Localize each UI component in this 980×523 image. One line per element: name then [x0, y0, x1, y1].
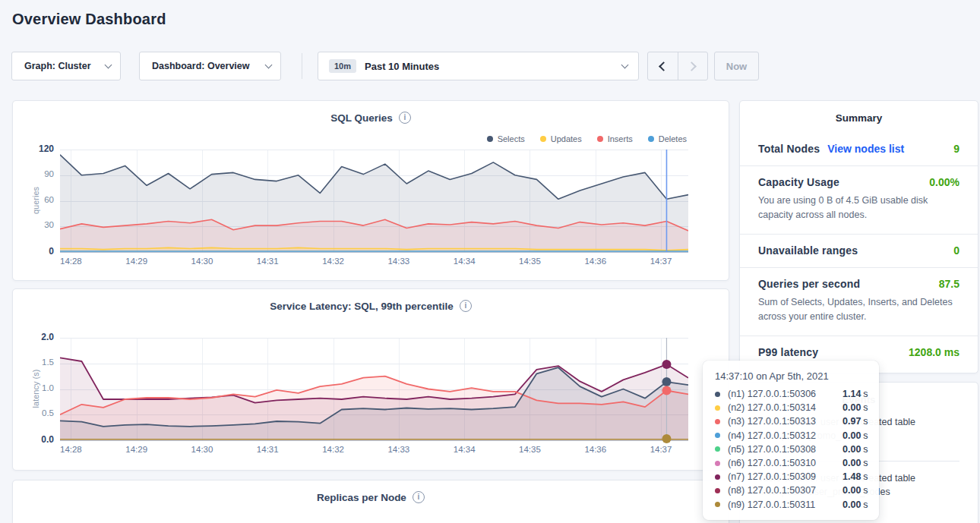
graph-dropdown-label: Graph: Cluster: [24, 61, 91, 71]
chevron-right-icon: [687, 61, 697, 71]
p99-latency-label: P99 latency: [758, 346, 818, 358]
sql-queries-chart-card: SQL Queries i SelectsUpdatesInsertsDelet…: [12, 100, 729, 281]
x-tick-label: 14:31: [248, 445, 287, 454]
queries-per-second-value: 87.5: [939, 278, 959, 290]
node-latency-value: 1.48s: [842, 471, 868, 482]
now-button[interactable]: Now: [714, 52, 759, 80]
total-nodes-value: 9: [953, 143, 959, 155]
queries-per-second-description: Sum of Selects, Updates, Inserts, and De…: [758, 295, 959, 325]
node-color-dot: [715, 488, 720, 493]
summary-item-unavailable-ranges: Unavailable ranges 0: [740, 235, 978, 268]
unavailable-ranges-label: Unavailable ranges: [758, 244, 858, 257]
latency-unit: s: [863, 416, 868, 427]
x-tick-label: 14:36: [576, 257, 615, 266]
node-address: (n3) 127.0.0.1:50313: [728, 416, 842, 427]
tooltip-timestamp: 14:37:10 on Apr 5th, 2021: [715, 370, 867, 382]
y-tick-label: 120: [13, 143, 54, 154]
chevron-left-icon: [659, 61, 669, 71]
node-color-dot: [715, 502, 720, 507]
next-time-button[interactable]: [678, 52, 707, 80]
replicas-chart-card: Replicas per Node i: [12, 480, 729, 523]
x-tick-label: 14:29: [117, 445, 156, 454]
node-color-dot: [715, 461, 720, 466]
node-color-dot: [715, 405, 720, 411]
service-latency-plot[interactable]: latency (s) 14:2814:2914:3014:3114:3214:…: [13, 289, 729, 470]
service-latency-chart-card: Service Latency: SQL, 99th percentile i …: [12, 288, 729, 471]
node-address: (n1) 127.0.0.1:50306: [728, 389, 842, 399]
y-tick-label: 60: [13, 195, 54, 204]
tooltip-row: (n5) 127.0.0.1:503080.00s: [715, 443, 867, 456]
x-tick-label: 14:29: [117, 257, 156, 266]
node-address: (n4) 127.0.0.1:50312: [728, 430, 842, 441]
info-icon[interactable]: i: [413, 491, 425, 503]
y-tick-label: 2.0: [13, 332, 54, 342]
node-latency-value: 0.00s: [842, 499, 868, 510]
capacity-usage-value: 0.00%: [929, 176, 959, 188]
x-tick-label: 14:33: [379, 257, 419, 266]
x-tick-label: 14:37: [641, 445, 681, 454]
y-tick-label: 1.0: [13, 383, 54, 392]
summary-panel: Summary Total Nodes View nodes list 9 Ca…: [739, 100, 978, 373]
tooltip-rows: (n1) 127.0.0.1:503061.14s(n2) 127.0.0.1:…: [715, 387, 867, 512]
tooltip-row: (n3) 127.0.0.1:503130.97s: [715, 414, 867, 428]
x-tick-label: 14:31: [248, 257, 287, 266]
x-tick-label: 14:36: [576, 445, 615, 454]
page-title: Overview Dashboard: [12, 11, 166, 28]
dashboard-dropdown-label: Dashboard: Overview: [152, 61, 250, 71]
latency-unit: s: [863, 389, 868, 399]
now-button-label: Now: [726, 61, 747, 72]
prev-time-button[interactable]: [648, 52, 678, 80]
x-tick-label: 14:35: [510, 445, 549, 454]
node-color-dot: [715, 433, 720, 438]
x-tick-label: 14:30: [182, 257, 222, 266]
node-latency-value: 0.00s: [842, 485, 868, 496]
latency-unit: s: [863, 485, 868, 496]
dashboard-dropdown[interactable]: Dashboard: Overview: [139, 52, 281, 80]
unavailable-ranges-value: 0: [953, 244, 959, 257]
node-address: (n2) 127.0.0.1:50314: [728, 402, 842, 413]
node-latency-value: 0.97s: [842, 416, 868, 427]
sql-queries-plot[interactable]: queries 14:2814:2914:3014:3114:3214:3314…: [13, 101, 729, 280]
tooltip-row: (n1) 127.0.0.1:503061.14s: [715, 387, 867, 401]
summary-title: Summary: [740, 101, 978, 133]
time-step-buttons: [647, 52, 708, 80]
tooltip-row: (n6) 127.0.0.1:503100.00s: [715, 456, 867, 470]
x-tick-label: 14:28: [51, 257, 90, 266]
time-range-selector[interactable]: 10m Past 10 Minutes: [318, 52, 639, 80]
latency-unit: s: [863, 499, 868, 510]
node-latency-value: 0.00s: [842, 458, 868, 468]
latency-unit: s: [863, 458, 868, 468]
node-color-dot: [715, 419, 720, 424]
node-latency-value: 0.00s: [842, 444, 868, 455]
summary-item-capacity-usage: Capacity Usage 0.00% You are using 0 B o…: [740, 166, 978, 235]
hover-dot: [662, 434, 671, 443]
x-tick-label: 14:35: [510, 257, 549, 266]
graph-dropdown[interactable]: Graph: Cluster: [11, 52, 121, 80]
x-tick-label: 14:32: [314, 445, 353, 454]
total-nodes-label: Total Nodes: [758, 143, 820, 155]
chart-series-svg: [60, 338, 688, 443]
x-tick-label: 14:32: [314, 257, 353, 266]
capacity-usage-description: You are using 0 B of 4.5 GiB usable disk…: [758, 194, 959, 223]
tooltip-row: (n8) 127.0.0.1:503070.00s: [715, 484, 867, 497]
tooltip-row: (n2) 127.0.0.1:503140.00s: [715, 401, 867, 414]
chevron-down-icon: [105, 61, 112, 69]
node-address: (n5) 127.0.0.1:50308: [728, 444, 842, 455]
view-nodes-list-link[interactable]: View nodes list: [827, 143, 904, 155]
latency-unit: s: [863, 402, 868, 413]
hover-dot: [662, 360, 671, 369]
x-tick-label: 14:34: [444, 257, 484, 266]
y-tick-label: 1.5: [13, 358, 54, 367]
hover-dot: [662, 377, 671, 386]
node-latency-value: 1.14s: [842, 389, 868, 399]
chevron-down-icon: [265, 61, 273, 69]
x-tick-label: 14:33: [379, 445, 419, 454]
latency-unit: s: [863, 444, 868, 455]
node-color-dot: [715, 392, 720, 397]
tooltip-row: (n9) 127.0.0.1:503110.00s: [715, 498, 867, 512]
series-area-Inserts: [60, 219, 688, 252]
node-latency-value: 0.00s: [842, 430, 868, 441]
node-address: (n9) 127.0.0.1:50311: [728, 499, 842, 510]
replicas-chart-title: Replicas per Node: [317, 492, 406, 503]
hover-dot: [662, 386, 671, 395]
